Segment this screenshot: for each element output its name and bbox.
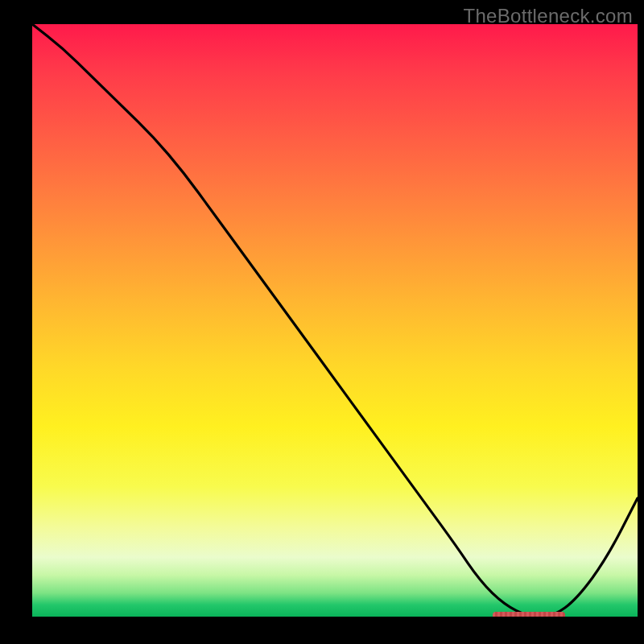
curve-layer (32, 24, 638, 617)
chart-frame: TheBottleneck.com (0, 0, 644, 644)
plot-area (32, 24, 638, 617)
optimum-marker (493, 612, 565, 617)
bottleneck-curve (32, 24, 638, 617)
watermark-text: TheBottleneck.com (463, 5, 633, 27)
